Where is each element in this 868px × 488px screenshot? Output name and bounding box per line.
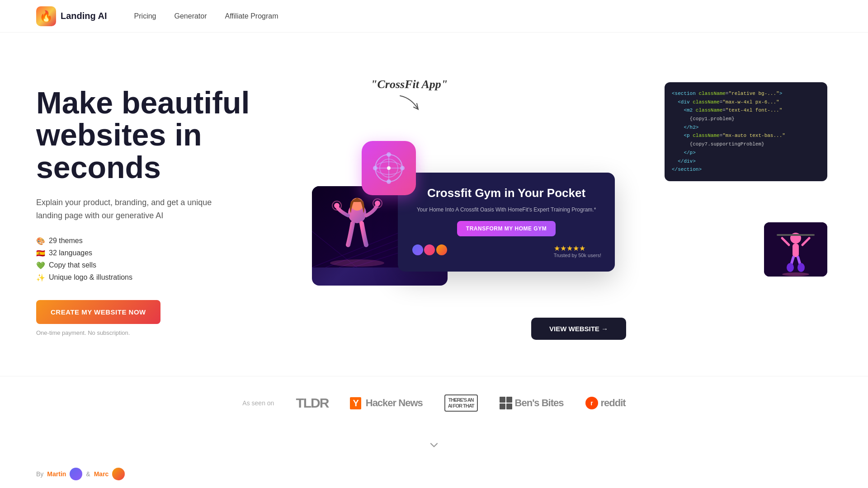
logo-feature-text: Unique logo & illustrations xyxy=(49,273,132,282)
hacker-news-logo: Y Hacker News xyxy=(350,397,422,409)
bens-bites-logo: Ben's Bites xyxy=(500,397,564,409)
nav-link-pricing[interactable]: Pricing xyxy=(134,12,156,20)
svg-point-19 xyxy=(375,201,380,206)
theres-an-ai-logo: THERE'S ANAI FOR THAT xyxy=(444,394,478,412)
nav-logo[interactable]: 🔥 Landing AI xyxy=(36,6,107,26)
hero-section: Make beautiful websites in seconds Expla… xyxy=(0,33,868,367)
tldr-logo: TLDR xyxy=(296,395,328,411)
hero-subtitle: Explain your product, branding, and get … xyxy=(36,196,226,222)
code-card: <section className="relative bg-..."> <d… xyxy=(665,82,827,181)
feature-languages: 🇪🇸 32 languages xyxy=(36,249,307,258)
avatar-3 xyxy=(435,244,448,256)
svg-rect-25 xyxy=(793,244,799,257)
logo-feature-icon: ✨ xyxy=(36,273,45,282)
landing-card-bottom: ★★★★★ Trusted by 50k users! xyxy=(411,244,601,258)
user-avatars xyxy=(411,244,445,258)
by-text: By xyxy=(36,470,43,478)
copy-text: Copy that sells xyxy=(49,261,96,269)
languages-text: 32 languages xyxy=(49,249,92,257)
crossfit-label: "CrossFit App" xyxy=(371,78,448,91)
view-website-button[interactable]: VIEW WEBSITE → xyxy=(531,318,626,340)
themes-text: 29 themes xyxy=(49,237,83,245)
svg-point-5 xyxy=(387,166,391,170)
cta-subtext: One-time payment. No subscription. xyxy=(36,329,307,336)
hero-title: Make beautiful websites in seconds xyxy=(36,87,307,183)
landing-card-title: Crossfit Gym in Your Pocket xyxy=(411,186,601,200)
feature-themes: 🎨 29 themes xyxy=(36,237,307,245)
hn-text: Hacker News xyxy=(366,397,423,409)
rating-group: ★★★★★ Trusted by 50k users! xyxy=(554,244,601,258)
nav-links: Pricing Generator Affiliate Program xyxy=(134,12,278,20)
feature-logo: ✨ Unique logo & illustrations xyxy=(36,273,307,282)
transform-btn[interactable]: TRANSFORM MY HOME GYM xyxy=(457,221,556,236)
hero-left: Make beautiful websites in seconds Expla… xyxy=(36,69,307,336)
feature-copy: 💚 Copy that sells xyxy=(36,261,307,270)
hn-y-icon: Y xyxy=(350,397,361,409)
hero-features-list: 🎨 29 themes 🇪🇸 32 languages 💚 Copy that … xyxy=(36,237,307,282)
logo-icon: 🔥 xyxy=(36,6,56,26)
cta-button[interactable]: CREATE MY WEBSITE NOW xyxy=(36,300,160,324)
chevron-section xyxy=(0,430,868,460)
reddit-icon: r xyxy=(585,397,598,409)
reddit-logo: r reddit xyxy=(585,397,626,409)
app-icon xyxy=(362,141,416,195)
logo-text: Landing AI xyxy=(61,11,107,21)
svg-point-8 xyxy=(373,166,377,170)
bens-grid-icon xyxy=(500,397,512,409)
as-seen-on-section: As seen on TLDR Y Hacker News THERE'S AN… xyxy=(0,376,868,430)
svg-point-9 xyxy=(400,166,405,170)
author2-avatar xyxy=(112,468,125,480)
bens-cell-3 xyxy=(500,404,505,409)
chevron-down-icon[interactable] xyxy=(428,439,440,451)
svg-point-32 xyxy=(797,263,805,272)
author1-name: Martin xyxy=(47,470,66,478)
author2-name: Marc xyxy=(94,470,109,478)
landing-preview-card: Crossfit Gym in Your Pocket Your Home In… xyxy=(398,173,615,272)
themes-icon: 🎨 xyxy=(36,237,45,245)
languages-icon: 🇪🇸 xyxy=(36,249,45,258)
landing-card-subtitle: Your Home Into A Crossfit Oasis With Hom… xyxy=(411,206,601,214)
avatar-2 xyxy=(423,244,436,256)
nav-link-generator[interactable]: Generator xyxy=(174,12,207,20)
bens-cell-2 xyxy=(506,397,512,403)
author1-avatar xyxy=(70,468,82,480)
svg-point-31 xyxy=(787,263,794,272)
svg-point-7 xyxy=(387,179,391,184)
star-rating: ★★★★★ xyxy=(554,244,601,253)
avatar-1 xyxy=(411,244,424,256)
mockup-area: "CrossFit App" <section className="relat… xyxy=(326,69,832,340)
bens-cell-4 xyxy=(506,404,512,409)
bens-cell-1 xyxy=(500,397,505,403)
navbar: 🔥 Landing AI Pricing Generator Affiliate… xyxy=(0,0,868,33)
svg-point-33 xyxy=(782,272,809,276)
footer: By Martin & Marc xyxy=(0,460,868,488)
copy-icon: 💚 xyxy=(36,261,45,270)
reddit-text: reddit xyxy=(601,397,626,409)
crossfit-arrow xyxy=(398,94,425,118)
bens-bites-text: Ben's Bites xyxy=(515,397,564,409)
and-text: & xyxy=(86,470,90,478)
svg-point-18 xyxy=(334,203,340,208)
svg-point-22 xyxy=(330,259,384,267)
nav-link-affiliate[interactable]: Affiliate Program xyxy=(225,12,278,20)
gym-thumbnail xyxy=(764,222,827,277)
hero-right: "CrossFit App" <section className="relat… xyxy=(326,69,832,340)
trust-text: Trusted by 50k users! xyxy=(554,253,601,258)
as-seen-label: As seen on xyxy=(242,399,274,407)
svg-point-6 xyxy=(387,152,391,157)
